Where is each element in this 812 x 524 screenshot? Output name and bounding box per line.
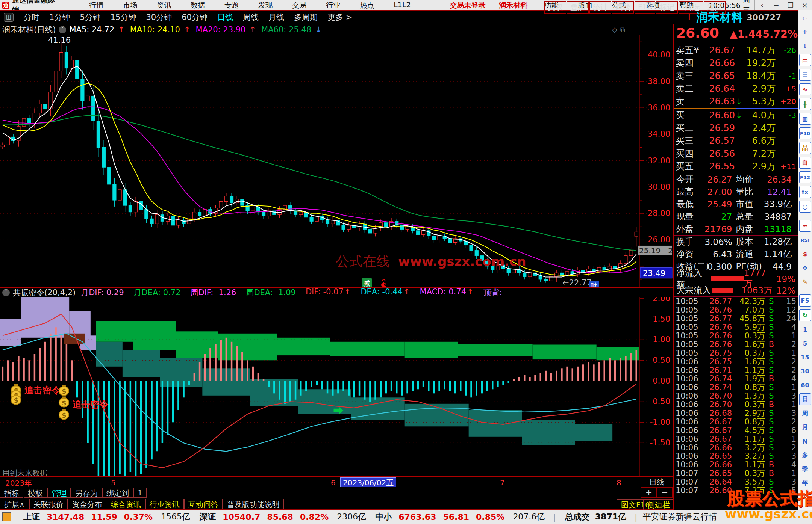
tab-模板[interactable]: 模板 (24, 488, 47, 498)
tab-综合资讯[interactable]: 综合资讯 (107, 499, 145, 509)
bid-row[interactable]: 买二26.592.4万 (674, 122, 798, 134)
tab-关联报价[interactable]: 关联报价 (29, 499, 68, 509)
period-tab-1分钟[interactable]: 1分钟 (44, 12, 75, 23)
back-arrow-icon[interactable]: ⇦ (800, 12, 811, 24)
bid-row[interactable]: 买一26.60↓4.0万-3 (674, 109, 798, 122)
back-button[interactable]: ‹ (755, 1, 769, 9)
tab-互动问答[interactable]: 互动问答 (184, 499, 223, 509)
index-name[interactable]: 深证 (199, 511, 216, 522)
tool-button-F10[interactable]: F10 (635, 1, 655, 14)
collapse-chevron-icon[interactable]: ˅ (59, 26, 66, 33)
f12-button[interactable]: F12 (799, 171, 811, 183)
index-name[interactable]: 中小 (375, 511, 392, 522)
zoom-out-button[interactable]: − (657, 487, 673, 498)
indicator-name[interactable]: 共振密令(20,4,2) (13, 287, 76, 298)
news-icon[interactable]: ▥ (799, 113, 811, 125)
zixuan-button[interactable]: 自 (799, 157, 811, 169)
period-year-button[interactable]: 年 (800, 477, 811, 489)
ask-row[interactable]: 卖三26.6518.4万-1 (674, 69, 798, 82)
date-axis[interactable]: 2023年 5678 2023/06/02五 日线 (0, 476, 673, 487)
dollar-icon[interactable]: $ (800, 248, 811, 260)
period-n-button[interactable]: N (800, 436, 811, 447)
menu-item-行情[interactable]: 行情 (79, 0, 113, 10)
tool-button-复权[interactable]: 复权 (544, 1, 566, 14)
quote-list-icon[interactable]: ☰ (799, 69, 811, 81)
period-tab-周线[interactable]: 周线 (238, 12, 264, 23)
pencil-icon[interactable]: ✎ (800, 276, 811, 287)
tab-扩展∧[interactable]: 扩展∧ (0, 499, 29, 509)
zoom-in-button[interactable]: + (641, 487, 657, 498)
report-icon[interactable]: ▤ (799, 54, 811, 66)
period-tab-分时[interactable]: 分时 (19, 12, 44, 23)
tab-行业资讯[interactable]: 行业资讯 (145, 499, 184, 509)
period-tab-日线[interactable]: 日线 (212, 12, 238, 23)
period-tab-月线[interactable]: 月线 (264, 12, 289, 23)
period-30-button[interactable]: 30 (800, 365, 811, 377)
trade-login-status[interactable]: 交易未登录 (443, 0, 492, 10)
indicator-chart[interactable]: 2.001.501.000.500.00-0.50-1.00-1.50$$$追击… (0, 297, 673, 476)
close-button[interactable]: × (798, 1, 812, 9)
circle-icon[interactable]: ○ (799, 201, 811, 213)
bid-row[interactable]: 买五26.552.9万+11 (674, 160, 798, 173)
move-icon[interactable]: ✥ (800, 262, 811, 273)
period-tab-15分钟[interactable]: 15分钟 (106, 12, 141, 23)
period-tab-5分钟[interactable]: 5分钟 (75, 12, 105, 23)
period-quarter-button[interactable]: 季 (800, 464, 811, 475)
indicator-chevron-icon[interactable]: ˅ (2, 289, 10, 296)
page-up-icon[interactable]: ⇧ (800, 26, 811, 38)
chart-corner-icons[interactable]: ◇⧉ (612, 26, 628, 34)
restore-button[interactable]: ❐ (783, 1, 798, 9)
tree-icon[interactable]: 品 (799, 142, 811, 154)
period-tab-更多 >[interactable]: 更多 > (323, 12, 357, 23)
f5-button[interactable]: F5 (799, 294, 811, 307)
menu-item-市场[interactable]: 市场 (113, 0, 147, 10)
tab-资金分布[interactable]: 资金分布 (68, 499, 106, 509)
period-multi-button[interactable]: 多 (800, 450, 811, 461)
period-day-button[interactable]: 日 (799, 393, 811, 405)
ask-row[interactable]: 卖五¥26.6714.7万-26 (674, 44, 798, 57)
period-tab-30分钟[interactable]: 30分钟 (141, 12, 177, 23)
ask-row[interactable]: 卖四26.6619.2万 (674, 57, 798, 69)
f10-button[interactable]: F10 (799, 127, 811, 139)
tab-另存为[interactable]: 另存为 (71, 488, 102, 498)
tool-button-叠加[interactable]: 叠加 (567, 1, 589, 14)
index-name[interactable]: 上证 (23, 511, 40, 522)
fx-icon[interactable]: fx (799, 186, 811, 198)
period-tab-多周期[interactable]: 多周期 (289, 12, 323, 23)
tab-绑定到[interactable]: 绑定到 (102, 488, 133, 498)
menu-item-数据[interactable]: 数据 (181, 0, 215, 10)
stock-name[interactable]: 润禾材料 (696, 10, 743, 25)
period-label[interactable]: 日线 (641, 477, 672, 487)
bid-row[interactable]: 买四26.567.2万 (674, 147, 798, 160)
tick-trade-list[interactable]: 10:0526.7742.3万S1510:0526.767.0万S1210:05… (674, 297, 798, 495)
ask-row[interactable]: 卖一26.63↓5.3万+20 (674, 95, 798, 108)
trend-line-icon[interactable]: ∿ (799, 83, 811, 95)
refresh-icon[interactable]: ↻ (799, 309, 811, 321)
menu-item-专题[interactable]: 专题 (215, 0, 248, 10)
rsi-button[interactable]: RSI (800, 234, 811, 246)
tool-button-标记[interactable]: 标记 (656, 1, 678, 14)
bid-row[interactable]: 买三26.576.6万 (674, 134, 798, 147)
candlestick-chart[interactable]: 40.0038.0036.0034.0032.0030.0028.0026.00… (0, 35, 673, 287)
period-1-button[interactable]: 1 (800, 324, 811, 335)
tab-普及版功能说明[interactable]: 普及版功能说明 (223, 499, 284, 509)
menu-item-热点[interactable]: 热点 (350, 0, 384, 10)
tool-button-画线[interactable]: 画线 (612, 1, 634, 14)
period-60-button[interactable]: 60 (800, 379, 811, 391)
period-5-button[interactable]: 5 (800, 338, 811, 349)
layout-split-icon[interactable]: ◫ (4, 13, 14, 22)
tab-1[interactable]: 1 (133, 488, 147, 498)
period-week-button[interactable]: 周 (800, 408, 811, 419)
current-stock-shortcut[interactable]: 润禾材料 (492, 0, 535, 10)
ask-row[interactable]: 卖二26.642.9万+5 (674, 82, 798, 95)
minimize-button[interactable]: − (769, 1, 783, 9)
menu-item-行业[interactable]: 行业 (316, 0, 350, 10)
menu-item-交易[interactable]: 交易 (282, 0, 316, 10)
period-15-button[interactable]: 15 (800, 352, 811, 363)
menu-item-发现[interactable]: 发现 (248, 0, 282, 10)
kline-icon[interactable]: ╫ (799, 98, 811, 110)
menu-item-资讯[interactable]: 资讯 (147, 0, 181, 10)
tab-管理[interactable]: 管理 (47, 488, 71, 498)
tool-button-统计[interactable]: 统计 (589, 1, 611, 14)
period-tab-60分钟[interactable]: 60分钟 (177, 12, 212, 23)
